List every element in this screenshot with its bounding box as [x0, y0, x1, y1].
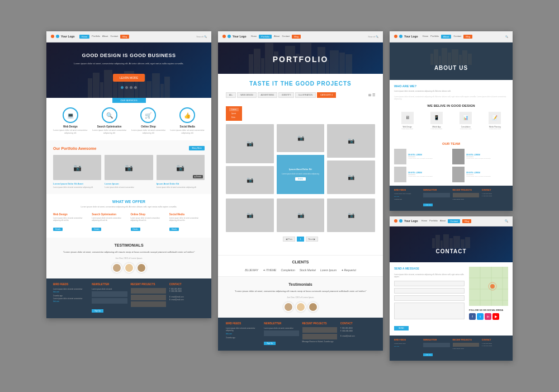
building — [100, 82, 103, 98]
details-btn-3[interactable]: ▶ Details — [193, 175, 203, 178]
nav-about-link-2[interactable]: About — [274, 35, 280, 39]
newsletter-input-1[interactable] — [92, 291, 127, 297]
contact-message-field[interactable] — [394, 303, 465, 319]
twitter-icon[interactable]: t — [477, 313, 484, 320]
overlay-details-btn[interactable]: Details — [295, 177, 306, 181]
hero-cta-btn[interactable]: LEARN MORE — [113, 74, 145, 82]
portfolio-newsletter-input[interactable] — [264, 330, 299, 336]
about-footer-feeds-link[interactable]: link.com — [394, 196, 420, 197]
filter-illustration[interactable]: ILLUSTRATION — [295, 92, 316, 98]
nav-home-link[interactable]: Home — [79, 35, 90, 39]
next-page-btn[interactable]: Next ▶ — [306, 237, 318, 242]
nav-about-link[interactable]: About — [102, 35, 108, 39]
offer-details-btn-2[interactable]: Details — [92, 228, 101, 231]
nav-about-link-3[interactable]: About — [441, 35, 451, 39]
filter-advertising[interactable]: ADVERTISING — [258, 92, 278, 98]
portfolio-footer-feeds: BIRD FEEDS Lorem ipsum dolor sit amet co… — [226, 322, 260, 347]
offer-details-btn-1[interactable]: Details — [53, 228, 63, 231]
instagram-icon[interactable]: in — [485, 313, 491, 320]
nav-portfolio-link[interactable]: Portfolio — [92, 35, 100, 39]
team-member-1: ON SITE: LOREM Designation Lorem ipsum d… — [394, 149, 450, 164]
nav-blog-btn[interactable]: Blog — [120, 35, 129, 39]
logo-circle-1 — [51, 35, 54, 38]
newsletter-input-2[interactable] — [92, 298, 127, 304]
cat-item-1[interactable]: Lorem — [229, 108, 239, 111]
believe-icon-2: 📱 — [430, 112, 443, 124]
nav-home-link-3[interactable]: Home — [423, 35, 429, 39]
nav-portfolio-link-3[interactable]: Portfolio — [430, 35, 439, 39]
contact-name-field[interactable] — [394, 281, 465, 286]
nav-logo-3: Your Logo — [394, 35, 418, 38]
contact-cityscape — [395, 234, 507, 248]
nav-portfolio-link-4[interactable]: Portfolio — [429, 219, 438, 223]
footer-feeds-link2[interactable]: link.com — [53, 300, 88, 303]
portfolio-masonry-2: 📷 📷 📷 — [226, 199, 375, 232]
contact-footer-newsletter-title: NEWSLETTER — [423, 339, 449, 341]
testimonial-title: TESTIMONIALS — [53, 243, 205, 247]
cat-item-3[interactable]: Dolor — [229, 116, 239, 119]
filter-all[interactable]: ALL — [226, 92, 236, 98]
online-shop-icon: 🛒 — [140, 107, 156, 123]
contact-footer-feeds-link[interactable]: link.com — [394, 346, 420, 347]
team-member-2: ON SITE: LOREM Designation Lorem ipsum d… — [452, 149, 508, 164]
portfolio-testimonial-author: Joe Doe, CEO of Lorem Ipsum — [226, 296, 375, 299]
cat-item-2[interactable]: Ipsum — [229, 112, 239, 115]
avatar-2 — [124, 263, 134, 273]
hero-title: GOOD DESIGN IS GOOD BUSINESS — [58, 53, 200, 59]
nav-contact-link-2[interactable]: Contact — [282, 35, 290, 39]
grid-view-icon[interactable]: ⊞ — [368, 93, 371, 97]
footer-feeds-link[interactable]: link.com — [53, 291, 88, 293]
facebook-icon[interactable]: f — [469, 313, 476, 320]
nav-blog-btn-2[interactable]: Blog — [292, 35, 301, 39]
portfolio-more-btn[interactable]: Many More — [189, 146, 205, 150]
filter-category4[interactable]: CATEGORY 4 — [317, 92, 336, 98]
portfolio-label-1: Lorem Ipsum Dolor Sit Amet — [53, 182, 101, 185]
nav-about-link-4[interactable]: About — [440, 219, 446, 223]
contact-footer-projects-title: RECENT PROJECTS — [453, 339, 479, 341]
nav-search-2[interactable]: Search 🔍 — [368, 35, 378, 38]
nav-blog-btn-4[interactable]: Blog — [462, 219, 471, 223]
filter-webdesign[interactable]: WEB DESIGN — [237, 92, 256, 98]
bc7 — [461, 239, 465, 248]
youtube-icon[interactable]: ▶ — [492, 313, 499, 320]
nav-search[interactable]: Search 🔍 — [196, 35, 207, 38]
nav-contact-link-4[interactable]: Contact — [448, 219, 460, 223]
nav-home-link-2[interactable]: Home — [251, 35, 257, 39]
nav-blog-btn-3[interactable]: Blog — [463, 35, 472, 39]
portfolio-footer-feeds-link[interactable]: link.com — [226, 333, 260, 335]
logo-circle-8 — [399, 219, 402, 223]
nav-portfolio: Your Logo Home Portfolio About Contact B… — [218, 31, 383, 42]
newsletter-submit-btn[interactable]: Sign Up — [92, 309, 103, 313]
offer-details-btn-4[interactable]: Details — [169, 228, 179, 231]
portfolio-text-1: Lorem ipsum dolor sit amet consectetur a… — [53, 186, 101, 188]
about-newsletter-btn[interactable]: Sign Up — [423, 204, 433, 206]
contact-send-btn[interactable]: SEND — [394, 326, 409, 330]
contact-subject-field[interactable] — [394, 295, 465, 301]
contact-newsletter-btn[interactable]: Sign Up — [423, 353, 433, 356]
nav-home-link-4[interactable]: Home — [421, 219, 428, 223]
team-section: OUR TEAM ON SITE: LOREM Designation Lore… — [390, 139, 513, 186]
portfolio-footer-projects: RECENT PROJECTS Message Receive to Submi… — [302, 322, 337, 347]
screenshots-container: Your Logo Home Portfolio About Contact B… — [46, 31, 513, 361]
contact-email-field[interactable] — [394, 288, 465, 294]
list-view-icon[interactable]: ☰ — [372, 93, 375, 97]
nav-contact-link[interactable]: Contact — [110, 35, 118, 39]
nav-portfolio-link-2[interactable]: Portfolio — [259, 35, 272, 39]
portfolio-newsletter-btn[interactable]: Sign Up — [264, 342, 276, 345]
nav-search-3[interactable]: 🔍 — [505, 35, 508, 38]
offer-details-btn-3[interactable]: Details — [131, 228, 140, 231]
filter-identity[interactable]: IDENTITY — [278, 92, 294, 98]
about-newsletter-input[interactable] — [423, 193, 449, 197]
footer-newsletter-text: Lorem ipsum dolor sit amet — [92, 288, 127, 291]
portfolio-avatars — [226, 302, 375, 312]
port-thumb-3: 📷 — [277, 124, 325, 152]
nav-search-4[interactable]: 🔍 — [505, 219, 508, 223]
testimonial-author: Joe Doe, CEO of Lorem Ipsum — [53, 257, 205, 259]
client-loremipsum: Lorem Ipsum — [320, 268, 337, 272]
hero-content: GOOD DESIGN IS GOOD BUSINESS Lorem ipsum… — [58, 53, 200, 82]
nav-contact-link-3[interactable]: Contact — [453, 35, 461, 39]
page-1-btn[interactable]: 1 — [297, 237, 304, 242]
portfolio-grid: 📷 Lorem Ipsum Dolor Sit Amet Lorem ipsum… — [53, 155, 205, 188]
contact-newsletter-input[interactable] — [423, 343, 449, 347]
prev-page-btn[interactable]: ◀ Prev — [283, 237, 295, 242]
